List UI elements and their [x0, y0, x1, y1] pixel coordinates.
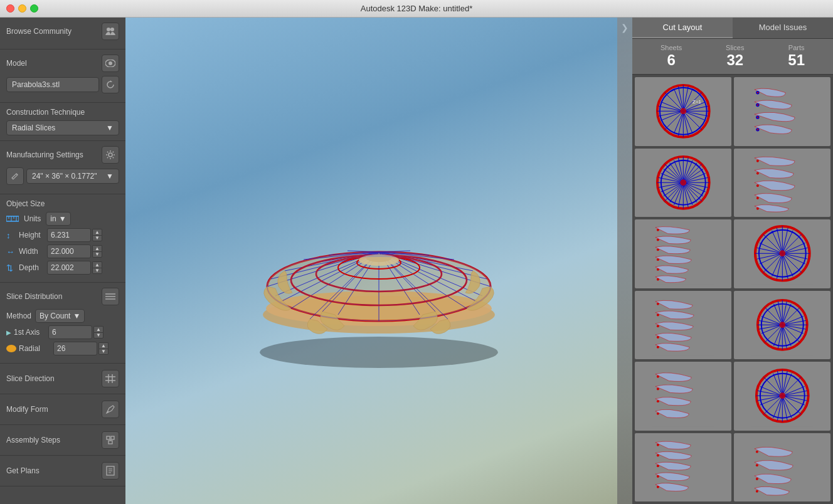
- slice-distribution-row: Slice Distribution: [6, 288, 119, 305]
- depth-icon: ⇅: [6, 263, 19, 273]
- cut-cell-5[interactable]: [635, 219, 731, 288]
- cut-cell-11[interactable]: [635, 433, 731, 502]
- parts-value: 51: [788, 51, 805, 69]
- svg-point-87: [756, 104, 759, 107]
- tab-cut-layout[interactable]: Cut Layout: [632, 18, 733, 38]
- cut-cell-8[interactable]: [734, 291, 830, 360]
- modify-form-button[interactable]: [102, 401, 119, 418]
- cut-cell-3[interactable]: [635, 149, 731, 218]
- app-title: Autodesk 123D Make: untitled*: [361, 4, 473, 13]
- svg-point-113: [756, 184, 759, 187]
- width-input[interactable]: [47, 244, 91, 258]
- svg-point-5: [109, 153, 112, 157]
- height-down[interactable]: ▼: [92, 235, 102, 241]
- svg-marker-4: [110, 80, 112, 82]
- svg-point-109: [680, 179, 686, 186]
- assembly-steps-section[interactable]: Assembly Steps: [0, 425, 125, 456]
- depth-input[interactable]: [47, 261, 91, 275]
- get-plans-button[interactable]: [102, 462, 119, 480]
- method-dropdown[interactable]: By Count ▼: [35, 309, 85, 323]
- svg-point-185: [657, 465, 659, 467]
- height-row: ↕ Height ▲ ▼: [6, 228, 119, 242]
- cut-svg-2: [739, 80, 826, 142]
- svg-point-1: [110, 28, 114, 31]
- cut-svg-1: Z=1: [640, 80, 727, 142]
- cut-cell-9[interactable]: [635, 362, 731, 431]
- assembly-icon: [105, 435, 115, 445]
- pencil-button[interactable]: [6, 167, 24, 185]
- cut-cell-1[interactable]: Z=1: [635, 77, 731, 146]
- svg-point-64: [366, 255, 391, 262]
- list-icon: [105, 293, 115, 300]
- slice-direction-button[interactable]: [102, 370, 119, 387]
- svg-rect-21: [109, 441, 112, 444]
- depth-up[interactable]: ▲: [92, 261, 102, 268]
- axis1-up[interactable]: ▲: [93, 326, 103, 332]
- minimize-button[interactable]: [18, 4, 26, 13]
- sheet-size-dropdown[interactable]: 24" × 36" × 0.1772" ▼: [26, 169, 119, 184]
- width-down[interactable]: ▼: [92, 251, 102, 258]
- axis1-down[interactable]: ▼: [93, 332, 103, 339]
- cut-cell-7[interactable]: [635, 291, 731, 360]
- svg-point-118: [657, 239, 659, 241]
- technique-dropdown[interactable]: Radial Slices ▼: [6, 120, 119, 135]
- cut-cell-6[interactable]: [734, 219, 830, 288]
- cut-cell-10[interactable]: [734, 362, 830, 431]
- object-size-row: Object Size: [6, 199, 119, 208]
- model-refresh-button[interactable]: [102, 76, 119, 93]
- depth-down[interactable]: ▼: [92, 268, 102, 274]
- units-dropdown[interactable]: in ▼: [46, 212, 70, 226]
- svg-text:Z=1: Z=1: [692, 100, 701, 105]
- close-button[interactable]: [6, 4, 14, 13]
- height-spinner: ▲ ▼: [92, 229, 102, 241]
- svg-point-191: [756, 478, 758, 480]
- cut-cell-4[interactable]: [734, 149, 830, 218]
- axis1-input[interactable]: [48, 325, 92, 339]
- height-label: Height: [19, 231, 47, 239]
- height-input[interactable]: [47, 228, 91, 242]
- cut-cell-12[interactable]: [734, 433, 830, 502]
- svg-point-83: [680, 108, 686, 115]
- traffic-lights: [6, 4, 38, 13]
- parts-label: Parts: [788, 44, 805, 51]
- manufacturing-settings-label: Manufacturing Settings: [6, 150, 83, 159]
- radial-input[interactable]: [53, 342, 97, 355]
- maximize-button[interactable]: [30, 4, 38, 13]
- technique-value: Radial Slices: [12, 123, 55, 132]
- manufacturing-settings-button[interactable]: [102, 146, 119, 164]
- svg-point-184: [657, 454, 659, 457]
- slice-direction-section[interactable]: Slice Direction: [0, 364, 125, 394]
- technique-dropdown-arrow: ▼: [106, 123, 114, 132]
- get-plans-section[interactable]: Get Plans: [0, 456, 125, 486]
- axis1-play-icon: ▶: [6, 329, 11, 336]
- cut-layout-grid: Z=1: [632, 75, 833, 504]
- svg-point-0: [107, 28, 110, 31]
- radial-up[interactable]: ▲: [98, 342, 109, 349]
- width-up[interactable]: ▲: [92, 245, 102, 251]
- plans-icon: [105, 466, 115, 476]
- slice-distribution-button[interactable]: [102, 288, 119, 305]
- model-file-button[interactable]: Parabola3s.stl: [6, 77, 99, 92]
- svg-point-3: [109, 61, 112, 65]
- radial-down[interactable]: ▼: [98, 349, 109, 355]
- scroll-right-icon: ❯: [621, 23, 629, 33]
- modify-form-section[interactable]: Modify Form: [0, 394, 125, 425]
- svg-point-121: [657, 268, 659, 271]
- assembly-steps-button[interactable]: [102, 431, 119, 449]
- titlebar: Autodesk 123D Make: untitled*: [0, 0, 833, 18]
- cut-cell-2[interactable]: [734, 77, 830, 146]
- tab-model-issues[interactable]: Model Issues: [733, 18, 833, 38]
- 3d-canvas[interactable]: ❯: [125, 18, 632, 504]
- browse-community-button[interactable]: [102, 23, 119, 40]
- svg-point-164: [657, 401, 659, 403]
- 3d-model: [235, 171, 523, 371]
- height-up[interactable]: ▲: [92, 229, 102, 235]
- get-plans-label: Get Plans: [6, 466, 40, 475]
- method-label: Method: [6, 312, 31, 320]
- svg-point-189: [756, 451, 758, 453]
- model-view-button[interactable]: [102, 55, 119, 72]
- slice-distribution-section: Slice Distribution Method By Count ▼: [0, 283, 125, 364]
- main-layout: Browse Community Model: [0, 18, 833, 504]
- units-label: Units: [24, 214, 41, 223]
- refresh-icon: [106, 80, 115, 89]
